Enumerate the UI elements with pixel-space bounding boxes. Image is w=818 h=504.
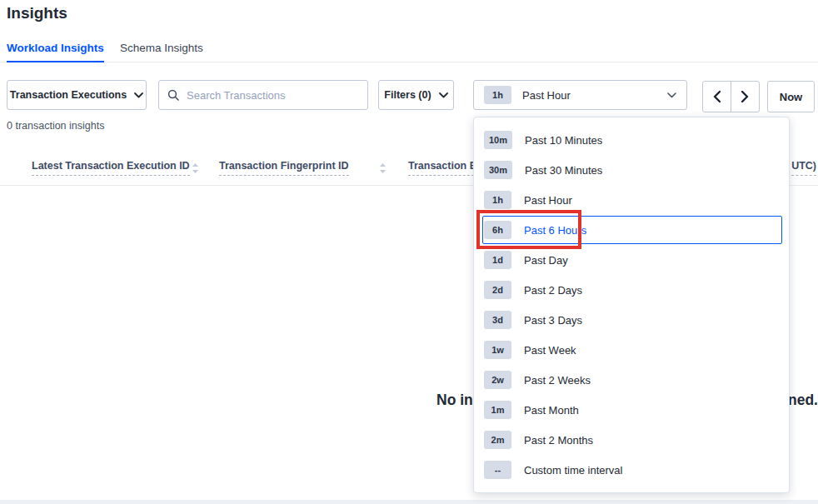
time-range-badge: 1h <box>484 86 511 104</box>
filters-label: Filters (0) <box>384 89 431 101</box>
menu-item-past-2-weeks[interactable]: 2w Past 2 Weeks <box>474 365 789 395</box>
chevron-down-icon <box>667 92 676 98</box>
sort-toggle-icon[interactable] <box>379 162 387 174</box>
empty-state-text-fragment: No in <box>436 392 473 409</box>
column-header-transaction-fingerprint-id[interactable]: Transaction Fingerprint ID <box>219 160 349 176</box>
now-button[interactable]: Now <box>767 81 815 112</box>
chevron-left-icon <box>713 91 721 102</box>
column-header-latest-transaction-execution-id[interactable]: Latest Transaction Execution ID <box>32 160 190 176</box>
column-header-transaction-execution[interactable]: Transaction Ex <box>408 160 475 176</box>
menu-item-past-2-days[interactable]: 2d Past 2 Days <box>474 275 789 305</box>
previous-interval-button[interactable] <box>703 82 731 112</box>
time-range-dropdown-menu: 10m Past 10 Minutes 30m Past 30 Minutes … <box>473 117 790 493</box>
chevron-right-icon <box>741 91 749 102</box>
empty-state-text-fragment: ned. <box>788 392 818 409</box>
time-range-select[interactable]: 1h Past Hour <box>473 80 687 110</box>
insights-count: 0 transaction insights <box>7 120 104 132</box>
menu-item-past-hour[interactable]: 1h Past Hour <box>474 185 789 215</box>
page-title: Insights <box>7 4 67 22</box>
menu-item-past-month[interactable]: 1m Past Month <box>474 395 789 425</box>
menu-item-past-30-minutes[interactable]: 30m Past 30 Minutes <box>474 155 789 185</box>
tab-workload-insights[interactable]: Workload Insights <box>7 39 104 62</box>
insights-page: Insights Workload Insights Schema Insigh… <box>0 0 818 504</box>
menu-item-past-10-minutes[interactable]: 10m Past 10 Minutes <box>474 125 789 155</box>
chevron-down-icon <box>439 92 448 98</box>
menu-item-past-week[interactable]: 1w Past Week <box>474 335 789 365</box>
menu-item-past-2-months[interactable]: 2m Past 2 Months <box>474 425 789 455</box>
time-range-label: Past Hour <box>522 89 571 102</box>
menu-item-past-3-days[interactable]: 3d Past 3 Days <box>474 305 789 335</box>
tab-bar: Workload Insights Schema Insights <box>0 37 818 62</box>
column-header-time-utc[interactable]: UTC) <box>791 160 816 176</box>
search-icon <box>167 89 179 101</box>
menu-item-past-6-hours[interactable]: 6h Past 6 Hours <box>474 215 789 245</box>
sort-toggle-icon[interactable] <box>192 162 199 174</box>
search-box[interactable] <box>158 80 368 110</box>
next-interval-button[interactable] <box>731 82 760 112</box>
tab-schema-insights[interactable]: Schema Insights <box>120 39 203 62</box>
chevron-down-icon <box>134 92 143 98</box>
transaction-type-label: Transaction Executions <box>10 89 127 101</box>
menu-item-custom-time-interval[interactable]: -- Custom time interval <box>474 455 789 485</box>
time-pager <box>702 81 760 112</box>
filters-button[interactable]: Filters (0) <box>378 80 454 110</box>
transaction-type-select[interactable]: Transaction Executions <box>7 80 147 110</box>
menu-item-past-day[interactable]: 1d Past Day <box>474 245 789 275</box>
search-input[interactable] <box>187 89 359 102</box>
page-background-strip <box>0 500 818 504</box>
